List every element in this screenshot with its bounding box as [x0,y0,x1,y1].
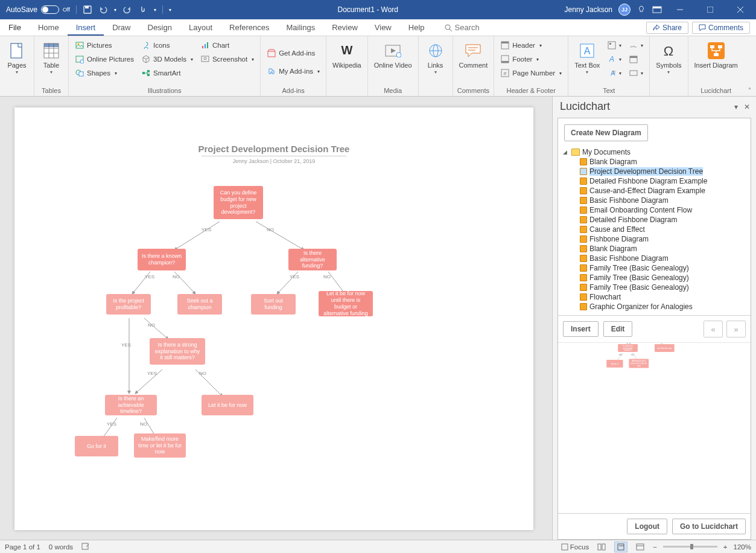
screenshot-button[interactable]: Screenshot▾ [198,53,256,66]
minimize-button[interactable] [668,1,692,18]
tree-item[interactable]: Blank Diagram [563,244,748,254]
zoom-level[interactable]: 120% [734,543,751,551]
close-button[interactable] [728,1,752,18]
comments-pane-button[interactable]: Comments [692,22,750,34]
tab-references[interactable]: References [221,19,278,36]
tree-item[interactable]: Basic Fishbone Diagram [563,254,748,263]
datetime-button[interactable] [626,53,646,66]
proofing-icon[interactable] [81,542,90,552]
my-addins-button[interactable]: My Add-ins▾ [264,65,322,78]
create-diagram-button[interactable]: Create New Diagram [564,124,648,141]
next-page-button[interactable]: » [726,321,746,337]
online-pictures-button[interactable]: Online Pictures [72,53,136,66]
zoom-in-button[interactable]: + [723,543,728,551]
tree-item[interactable]: Family Tree (Basic Genealogy) [563,273,748,283]
tab-review[interactable]: Review [323,19,366,36]
tree-item[interactable]: Family Tree (Basic Genealogy) [563,283,748,292]
user-name[interactable]: Jenny Jackson [565,5,612,14]
icons-button[interactable]: Icons [139,39,195,52]
insert-button[interactable]: Insert [563,321,599,337]
pictures-button[interactable]: Pictures [72,39,136,52]
lightbulb-icon[interactable] [637,5,646,14]
tree-item[interactable]: Flowchart [563,292,748,302]
quickparts-button[interactable]: ▾ [605,39,624,52]
chart-button[interactable]: Chart [198,39,256,52]
save-icon[interactable] [83,5,92,14]
tree-root[interactable]: ◢ My Documents [563,147,748,157]
tab-help[interactable]: Help [400,19,433,36]
ribbon-mode-icon[interactable] [652,5,662,14]
dropcap-button[interactable]: A▾ [605,66,624,80]
textbox-button[interactable]: A Text Box ▾ [572,39,602,86]
svg-rect-17 [76,42,83,48]
document-area[interactable]: Project Development Decision Tree Jenny … [0,97,552,540]
page-number-button[interactable]: #Page Number▾ [498,66,564,80]
tree-item[interactable]: Project Development Decision Tree [563,167,748,176]
print-layout-button[interactable] [614,542,627,552]
tree-item[interactable]: Family Tree (Basic Genealogy) [563,263,748,273]
tree-item[interactable]: Cause-and-Effect Diagram Example [563,186,748,196]
shapes-button[interactable]: Shapes▾ [72,66,136,80]
prev-page-button[interactable]: « [704,321,723,337]
document-tree[interactable]: ◢ My Documents Blank DiagramProject Deve… [558,147,751,315]
tell-me-search[interactable]: Search [433,19,480,36]
svg-text:W: W [341,43,352,57]
logout-button[interactable]: Logout [627,519,667,534]
comment-button[interactable]: Comment [457,39,491,86]
user-avatar[interactable]: JJ [618,4,631,16]
maximize-button[interactable] [698,1,722,18]
collapse-ribbon[interactable]: ˄ [748,87,751,94]
tab-insert[interactable]: Insert [68,19,104,36]
redo-icon[interactable] [122,5,132,14]
tree-item[interactable]: Fishbone Diagram [563,234,748,244]
tab-file[interactable]: File [0,19,30,36]
tab-mailings[interactable]: Mailings [278,19,324,36]
zoom-slider[interactable] [663,546,717,548]
read-mode-button[interactable] [595,542,608,552]
header-button[interactable]: Header▾ [498,39,564,52]
autosave-toggle[interactable]: AutoSave Off [6,5,70,14]
goto-lucidchart-button[interactable]: Go to Lucidchart [672,519,746,534]
tree-item[interactable]: Detailed Fishbone Diagram Example [563,176,748,186]
pane-close[interactable]: ✕ [744,103,750,111]
svg-text:A: A [609,55,614,63]
share-button[interactable]: Share [646,22,688,34]
tab-layout[interactable]: Layout [180,19,221,36]
tree-item[interactable]: Cause and Effect [563,225,748,234]
insert-diagram-button[interactable]: Insert Diagram [692,39,740,86]
models-button[interactable]: 3D Models▾ [139,53,195,66]
zoom-out-button[interactable]: − [653,543,657,551]
signature-button[interactable]: ▾ [626,39,646,52]
tab-view[interactable]: View [366,19,400,36]
footer-button[interactable]: Footer▾ [498,53,564,66]
tree-item[interactable]: Detailed Fishbone Diagram [563,215,748,225]
wordart-button[interactable]: A▾ [605,53,624,66]
online-video-button[interactable]: Online Video [372,39,415,86]
symbols-button[interactable]: Ω Symbols ▾ [653,39,684,86]
undo-icon[interactable] [98,5,108,14]
object-button[interactable]: ▾ [626,66,646,80]
focus-button[interactable]: Focus [561,543,589,551]
tree-item[interactable]: Email Onboarding Content Flow [563,205,748,215]
tab-design[interactable]: Design [139,19,180,36]
tab-home[interactable]: Home [30,19,68,36]
tab-draw[interactable]: Draw [104,19,139,36]
edit-button[interactable]: Edit [603,321,633,337]
page-indicator[interactable]: Page 1 of 1 [5,543,40,551]
smartart-button[interactable]: SmartArt [139,66,195,80]
touch-mode-icon[interactable] [138,5,148,14]
get-addins-button[interactable]: Get Add-ins [264,46,322,60]
undo-dropdown[interactable]: ▾ [114,7,116,13]
pane-options[interactable]: ▾ [734,103,738,111]
expand-icon[interactable]: ◢ [563,149,569,155]
pages-button[interactable]: Pages ▾ [4,39,30,86]
word-count[interactable]: 0 words [49,543,73,551]
web-layout-button[interactable] [634,542,647,552]
wikipedia-button[interactable]: W Wikipedia [330,39,364,86]
links-button[interactable]: Links ▾ [422,39,449,86]
touch-mode-dropdown[interactable]: ▾ [154,7,156,13]
table-button[interactable]: Table ▾ [38,39,65,86]
tree-item[interactable]: Basic Fishbone Diagram [563,196,748,205]
tree-item[interactable]: Blank Diagram [563,157,748,167]
tree-item[interactable]: Graphic Organizer for Analogies [563,302,748,312]
